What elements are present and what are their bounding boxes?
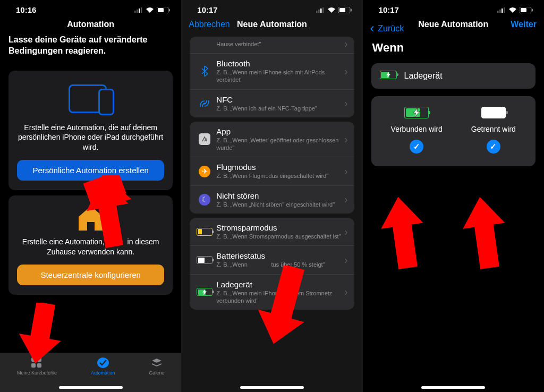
chevron-right-icon: ›	[344, 38, 348, 50]
airplane-icon: ✈	[196, 166, 213, 177]
svg-rect-5	[158, 8, 164, 12]
svg-rect-6	[169, 8, 170, 11]
svg-rect-0	[134, 11, 136, 13]
option-connected[interactable]: Verbunden wird	[391, 107, 443, 154]
trigger-app[interactable]: AppZ. B. „Wenn ‚Wetter' geöffnet oder ge…	[190, 122, 354, 158]
status-bar: 10:16	[0, 0, 181, 16]
section-when: Wenn	[363, 35, 544, 60]
clock: 10:17	[197, 5, 217, 14]
svg-rect-1	[137, 10, 138, 13]
svg-rect-28	[521, 8, 526, 12]
arrow-annotation	[377, 197, 430, 271]
chevron-right-icon: ›	[344, 97, 348, 109]
nfc-icon	[196, 99, 213, 108]
low-power-icon	[196, 228, 213, 236]
svg-rect-15	[316, 11, 318, 13]
charger-header: Ladegerät	[371, 63, 536, 89]
next-button[interactable]: Weiter	[511, 20, 537, 29]
page-title: Automation	[7, 20, 174, 29]
app-icon	[196, 133, 213, 145]
trigger-dnd[interactable]: ☾ Nicht störenZ. B. „Wenn „Nicht stören"…	[190, 186, 354, 214]
trigger-bluetooth[interactable]: BluetoothZ. B. „Wenn mein iPhone sich mi…	[190, 54, 354, 90]
status-icons	[497, 7, 533, 13]
clock: 10:17	[379, 5, 399, 14]
svg-rect-2	[139, 8, 140, 13]
battery-full-icon	[481, 107, 506, 118]
home-indicator	[59, 386, 123, 389]
personal-desc: Erstelle eine Automation, die auf deinem…	[17, 123, 164, 153]
home-indicator	[421, 386, 485, 389]
svg-rect-17	[320, 8, 322, 13]
trigger-wifi-stub[interactable]: Hause verbindet" ›	[190, 37, 354, 54]
option-disconnected[interactable]: Getrennt wird	[471, 107, 516, 154]
svg-rect-21	[351, 8, 352, 11]
svg-rect-29	[532, 8, 533, 11]
tab-gallery[interactable]: Galerie	[149, 357, 164, 376]
arrow-annotation	[251, 266, 315, 351]
battery-icon	[196, 256, 213, 264]
checkmark-icon	[487, 140, 500, 154]
svg-rect-20	[339, 8, 345, 12]
arrow-annotation	[14, 303, 67, 367]
charger-icon	[380, 71, 397, 81]
trigger-low-power[interactable]: StromsparmodusZ. B. „Wenn Stromsparmodus…	[190, 218, 354, 246]
trigger-airplane[interactable]: ✈ FlugmodusZ. B. „Wenn Flugmodus eingesc…	[190, 157, 354, 185]
home-indicator	[240, 386, 304, 389]
dnd-icon: ☾	[196, 194, 213, 206]
nav-bar: Automation	[0, 16, 181, 35]
chevron-right-icon: ›	[344, 254, 348, 266]
clock: 10:16	[16, 5, 36, 14]
nav-bar: Zurück Neue Automation Weiter	[363, 16, 544, 35]
svg-rect-3	[141, 7, 142, 13]
chevron-right-icon: ›	[344, 193, 348, 206]
checkmark-icon	[410, 140, 423, 154]
status-bar: 10:17	[363, 0, 544, 16]
battery-charging-icon	[404, 107, 429, 118]
svg-marker-30	[377, 197, 429, 271]
back-button[interactable]: Zurück	[370, 20, 404, 35]
personal-automation-card: Erstelle eine Automation, die auf deinem…	[8, 71, 173, 191]
svg-marker-14	[14, 303, 67, 367]
charger-icon	[196, 288, 213, 296]
bluetooth-icon	[196, 66, 213, 76]
arrow-annotation	[458, 197, 512, 271]
svg-rect-16	[318, 10, 320, 13]
svg-marker-31	[458, 197, 511, 271]
status-icons	[134, 7, 171, 13]
status-bar: 10:17	[181, 0, 362, 16]
svg-rect-23	[497, 11, 499, 13]
chevron-right-icon: ›	[344, 65, 348, 78]
svg-rect-24	[499, 10, 501, 13]
trigger-nfc[interactable]: NFCZ. B. „Wenn ich auf ein NFC-Tag tippe…	[190, 90, 354, 117]
chevron-right-icon: ›	[344, 286, 348, 298]
svg-rect-26	[504, 7, 505, 13]
tab-automation[interactable]: Automation	[91, 357, 115, 376]
svg-marker-13	[81, 178, 135, 250]
svg-marker-22	[251, 266, 315, 350]
chevron-right-icon: ›	[344, 165, 348, 177]
devices-icon	[64, 80, 117, 117]
svg-rect-25	[502, 8, 503, 13]
intro-text: Lasse deine Geräte auf veränderte Beding…	[0, 35, 181, 65]
configure-home-button[interactable]: Steuerzentrale konfigurieren	[17, 265, 164, 285]
chevron-right-icon: ›	[344, 226, 348, 238]
svg-rect-18	[322, 7, 324, 13]
chevron-right-icon: ›	[344, 133, 348, 146]
cancel-button[interactable]: Abbrechen	[189, 20, 230, 29]
charger-options: Verbunden wird Getrennt wird	[371, 96, 536, 166]
nav-bar: Abbrechen Neue Automation	[181, 16, 362, 35]
arrow-annotation	[80, 178, 138, 252]
status-icons	[316, 7, 352, 13]
